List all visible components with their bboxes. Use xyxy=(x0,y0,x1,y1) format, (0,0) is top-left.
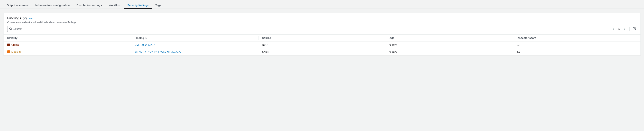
findings-title: Findings xyxy=(7,16,21,20)
tab-distribution-settings[interactable]: Distribution settings xyxy=(73,2,105,8)
severity-medium-icon xyxy=(7,50,10,53)
pagination-group: 1 xyxy=(611,26,637,32)
findings-panel: Findings (2) Info Choose a row to view t… xyxy=(3,13,641,55)
svg-line-1 xyxy=(11,30,12,30)
table-row[interactable]: Medium SNYK-PYTHON-PYTHONJWT-3017172 SNY… xyxy=(4,48,640,55)
severity-critical-icon xyxy=(7,44,10,46)
age-cell: 0 days xyxy=(386,48,513,55)
controls-row: 1 xyxy=(4,26,640,34)
tab-workflow[interactable]: Workflow xyxy=(106,2,124,8)
age-cell: 0 days xyxy=(386,42,513,48)
column-header-inspector-score[interactable]: Inspector score xyxy=(513,34,640,42)
svg-point-2 xyxy=(634,28,635,29)
chevron-right-icon xyxy=(624,28,626,30)
tabs-bar: Output resources Infrastructure configur… xyxy=(0,0,644,9)
info-link[interactable]: Info xyxy=(29,17,33,20)
source-cell: NVD xyxy=(258,42,386,48)
inspector-score-cell: 5.9 xyxy=(513,48,640,55)
table-row[interactable]: Critical CVE-2022-39227 NVD 0 days 9.1 xyxy=(4,42,640,48)
column-header-severity[interactable]: Severity xyxy=(4,34,131,42)
severity-cell: Critical xyxy=(7,43,127,46)
next-page-button[interactable] xyxy=(622,26,627,32)
page-number: 1 xyxy=(617,27,621,30)
column-header-age[interactable]: Age xyxy=(386,34,513,42)
source-cell: SNYK xyxy=(258,48,386,55)
column-header-source[interactable]: Source xyxy=(258,34,386,42)
tab-output-resources[interactable]: Output resources xyxy=(3,2,32,8)
tab-security-findings[interactable]: Security findings xyxy=(124,2,152,8)
tab-tags[interactable]: Tags xyxy=(152,2,165,8)
chevron-left-icon xyxy=(612,28,614,30)
panel-header: Findings (2) Info Choose a row to view t… xyxy=(4,14,640,26)
severity-label: Medium xyxy=(11,50,21,53)
inspector-score-cell: 9.1 xyxy=(513,42,640,48)
finding-id-link[interactable]: CVE-2022-39227 xyxy=(135,43,155,46)
findings-table: Severity Finding ID Source Age Inspector… xyxy=(4,34,640,55)
svg-point-0 xyxy=(10,28,11,30)
tab-infrastructure-configuration[interactable]: Infrastructure configuration xyxy=(32,2,73,8)
previous-page-button[interactable] xyxy=(611,26,616,32)
settings-button[interactable] xyxy=(632,26,637,32)
findings-subtitle: Choose a row to view the vulnerability d… xyxy=(7,21,637,24)
search-input[interactable] xyxy=(7,26,117,32)
search-icon xyxy=(9,27,12,30)
table-header-row: Severity Finding ID Source Age Inspector… xyxy=(4,34,640,42)
search-wrapper xyxy=(7,26,117,32)
column-header-finding-id[interactable]: Finding ID xyxy=(131,34,258,42)
findings-count: (2) xyxy=(23,16,27,20)
gear-icon xyxy=(633,27,636,30)
pagination-divider xyxy=(630,27,630,31)
finding-id-link[interactable]: SNYK-PYTHON-PYTHONJWT-3017172 xyxy=(135,50,182,53)
severity-cell: Medium xyxy=(7,50,127,53)
severity-label: Critical xyxy=(11,43,19,46)
